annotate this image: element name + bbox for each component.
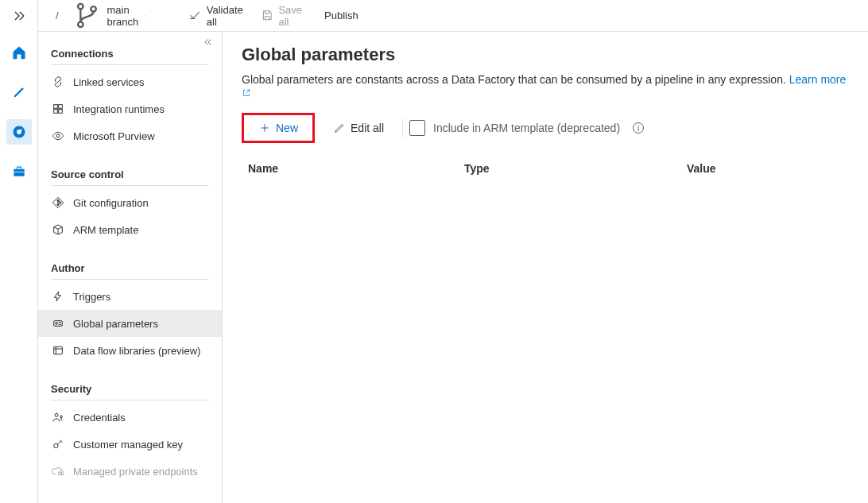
sidebar-item-arm[interactable]: ARM template	[38, 216, 222, 243]
divider	[51, 64, 209, 65]
git-icon	[51, 195, 65, 210]
sidebar-item-label: ARM template	[73, 224, 138, 236]
section-title-author: Author	[38, 257, 222, 279]
edit-all-label: Edit all	[351, 122, 384, 134]
save-all-button: Save all	[256, 1, 307, 31]
validate-all-button[interactable]: Validate all	[184, 1, 248, 31]
svg-rect-10	[59, 110, 63, 114]
lightning-icon	[51, 289, 65, 304]
sidebar-item-git[interactable]: Git configuration	[38, 189, 222, 216]
pencil-icon	[11, 84, 27, 100]
home-icon	[11, 44, 27, 60]
page-title: Global parameters	[242, 44, 849, 65]
key-icon	[51, 437, 65, 451]
page-description: Global parameters are constants across a…	[242, 73, 849, 99]
rail-home[interactable]	[6, 40, 32, 65]
sidebar-item-purview[interactable]: Microsoft Purview	[38, 122, 222, 149]
svg-rect-21	[59, 472, 62, 474]
svg-point-20	[54, 443, 58, 447]
section-title-connections: Connections	[38, 43, 222, 64]
git-branch-icon	[72, 0, 103, 31]
chevron-double-left-icon	[203, 37, 214, 48]
rail-monitor[interactable]	[6, 119, 32, 145]
chevron-double-right-icon	[11, 8, 27, 24]
divider	[51, 400, 209, 400]
table-header: Name Type Value	[242, 157, 849, 180]
section-title-security: Security	[38, 378, 222, 400]
sidebar-item-label: Customer managed key	[73, 439, 183, 451]
cube-icon	[51, 222, 65, 237]
arm-template-checkbox[interactable]	[409, 120, 425, 136]
sidebar-item-triggers[interactable]: Triggers	[38, 283, 222, 310]
branch-label: main branch	[107, 4, 139, 28]
page-content: Global parameters Global parameters are …	[223, 32, 868, 503]
sidebar-item-label: Microsoft Purview	[73, 130, 155, 142]
sidebar-item-cmk[interactable]: Customer managed key	[38, 431, 222, 458]
sidebar-item-credentials[interactable]: Credentials	[38, 404, 222, 431]
sidebar-item-label: Integration runtimes	[73, 103, 165, 115]
cloud-lock-icon	[51, 464, 65, 478]
publish-label: Publish	[324, 10, 358, 21]
runtime-icon	[51, 102, 65, 116]
top-toolbar: / main branch Validate all Save all Publ…	[38, 0, 868, 32]
save-all-label: Save all	[278, 4, 302, 28]
branch-selector[interactable]: main branch	[67, 0, 153, 34]
new-button-label: New	[276, 122, 298, 134]
divider	[51, 185, 209, 186]
svg-point-19	[60, 416, 63, 418]
sidebar-item-label: Managed private endpoints	[73, 466, 198, 478]
sidebar-item-label: Data flow libraries (preview)	[73, 345, 200, 357]
edit-all-button[interactable]: Edit all	[321, 116, 396, 140]
expand-rail-button[interactable]	[0, 6, 38, 25]
parameters-icon	[51, 316, 65, 331]
gauge-icon	[11, 124, 27, 140]
validate-all-label: Validate all	[207, 4, 243, 28]
breadcrumb-separator: /	[56, 10, 59, 21]
sidebar-item-integration-runtimes[interactable]: Integration runtimes	[38, 95, 222, 122]
column-header-value[interactable]: Value	[687, 162, 849, 175]
eye-icon	[51, 129, 65, 143]
svg-point-16	[56, 323, 58, 325]
rail-manage[interactable]	[6, 159, 32, 184]
svg-point-6	[91, 6, 95, 11]
arm-template-checkbox-group: Include in ARM template (deprecated) i	[409, 120, 644, 136]
sidebar-item-label: Global parameters	[73, 318, 158, 330]
sidebar-item-label: Credentials	[73, 412, 126, 424]
svg-point-11	[56, 134, 60, 137]
pencil-icon	[333, 122, 346, 134]
collapse-panel-button[interactable]	[203, 37, 214, 50]
svg-point-5	[78, 22, 83, 27]
library-icon	[51, 343, 65, 358]
svg-rect-7	[54, 105, 58, 109]
sidebar-item-linked-services[interactable]: Linked services	[38, 68, 222, 95]
svg-rect-8	[59, 105, 63, 109]
section-title-source-control: Source control	[38, 164, 222, 185]
publish-button[interactable]: Publish	[315, 6, 363, 25]
link-icon	[51, 75, 65, 89]
svg-rect-2	[14, 169, 24, 176]
manage-side-panel: Connections Linked services Integration …	[38, 32, 223, 503]
page-toolbar: New Edit all Include in ARM template (de…	[242, 113, 849, 143]
sidebar-item-label: Triggers	[73, 291, 110, 303]
chevron-down-icon	[143, 11, 147, 21]
svg-rect-9	[54, 110, 58, 114]
rail-author[interactable]	[6, 79, 32, 105]
info-icon[interactable]: i	[633, 122, 644, 133]
svg-rect-17	[54, 346, 63, 354]
new-button[interactable]: New	[242, 113, 315, 143]
toolbox-icon	[11, 164, 27, 180]
checkmark-icon	[188, 9, 202, 22]
save-icon	[261, 9, 274, 22]
svg-point-4	[78, 4, 83, 9]
sidebar-item-dataflow-libraries[interactable]: Data flow libraries (preview)	[38, 337, 222, 364]
svg-rect-3	[14, 172, 24, 172]
sidebar-item-label: Linked services	[73, 76, 145, 88]
column-header-name[interactable]: Name	[242, 162, 464, 175]
sidebar-item-global-parameters[interactable]: Global parameters	[38, 310, 222, 337]
column-header-type[interactable]: Type	[464, 162, 687, 175]
left-nav-rail	[0, 0, 38, 503]
divider	[402, 118, 403, 137]
sidebar-item-mpe: Managed private endpoints	[38, 458, 222, 485]
sidebar-item-label: Git configuration	[73, 197, 149, 209]
external-link-icon	[242, 88, 251, 98]
